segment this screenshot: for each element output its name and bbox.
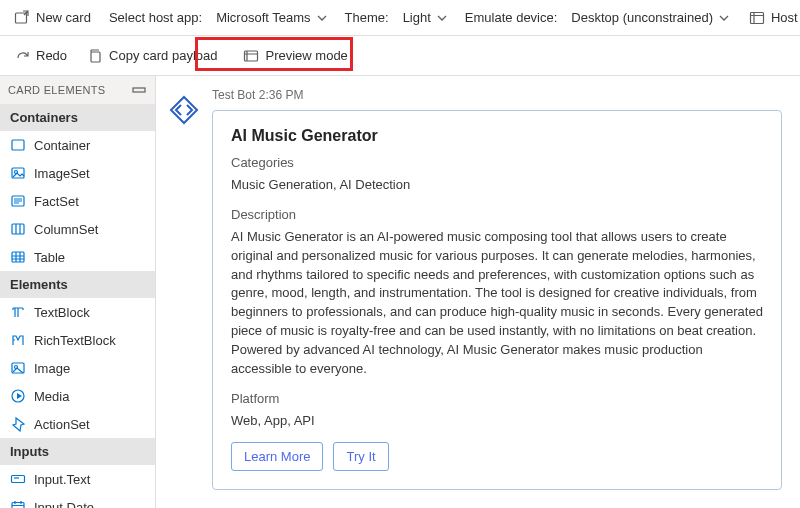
host-app-docs-label: Host App Docs	[771, 10, 800, 25]
redo-label: Redo	[36, 48, 67, 63]
element-actionset[interactable]: ActionSet	[0, 410, 155, 438]
copy-payload-button[interactable]: Copy card payload	[79, 42, 225, 70]
chevron-down-icon	[719, 13, 729, 23]
category-inputs[interactable]: Inputs	[0, 438, 155, 465]
element-label: Input.Date	[34, 500, 94, 509]
main-area: CARD ELEMENTS ContainersContainerImageSe…	[0, 76, 800, 508]
svg-rect-1	[750, 12, 763, 23]
card-title: AI Music Generator	[231, 127, 763, 145]
collapse-icon[interactable]	[131, 82, 147, 98]
svg-rect-2	[91, 52, 100, 62]
columnset-icon	[10, 221, 26, 237]
redo-button[interactable]: Redo	[6, 42, 75, 70]
element-label: Table	[34, 250, 65, 265]
card-elements-title: CARD ELEMENTS	[8, 84, 105, 96]
host-app-value: Microsoft Teams	[216, 10, 310, 25]
media-icon	[10, 388, 26, 404]
preview-icon	[243, 48, 259, 64]
element-label: FactSet	[34, 194, 79, 209]
preview-mode-button[interactable]: Preview mode	[235, 42, 355, 70]
element-label: Input.Text	[34, 472, 90, 487]
preview-area: Test Bot 2:36 PM AI Music Generator Cate…	[156, 76, 800, 508]
description-value: AI Music Generator is an AI-powered musi…	[231, 228, 763, 379]
element-input-date[interactable]: Input.Date	[0, 493, 155, 508]
element-label: ColumnSet	[34, 222, 98, 237]
emulate-select[interactable]: Desktop (unconstrained)	[563, 4, 737, 32]
card-elements-panel: CARD ELEMENTS ContainersContainerImageSe…	[0, 76, 156, 508]
learn-more-button[interactable]: Learn More	[231, 442, 323, 471]
element-label: RichTextBlock	[34, 333, 116, 348]
bot-time: 2:36 PM	[259, 88, 304, 102]
preview-mode-label: Preview mode	[265, 48, 347, 63]
chevron-down-icon	[317, 13, 327, 23]
table-icon	[10, 249, 26, 265]
host-app-label: Select host app:	[101, 10, 206, 25]
category-elements[interactable]: Elements	[0, 271, 155, 298]
copy-payload-label: Copy card payload	[109, 48, 217, 63]
element-label: TextBlock	[34, 305, 90, 320]
emulate-label: Emulate device:	[457, 10, 562, 25]
bot-meta: Test Bot 2:36 PM	[212, 88, 782, 102]
copy-icon	[87, 48, 103, 64]
adaptive-card: AI Music Generator Categories Music Gene…	[212, 110, 782, 490]
theme-select[interactable]: Light	[395, 4, 455, 32]
chevron-down-icon	[437, 13, 447, 23]
bot-name: Test Bot	[212, 88, 255, 102]
host-app-select[interactable]: Microsoft Teams	[208, 4, 334, 32]
second-toolbar: Redo Copy card payload Preview mode	[0, 36, 800, 76]
new-card-button[interactable]: New card	[6, 4, 99, 32]
imageset-icon	[10, 165, 26, 181]
element-container[interactable]: Container	[0, 131, 155, 159]
container-icon	[10, 137, 26, 153]
element-textblock[interactable]: TextBlock	[0, 298, 155, 326]
factset-icon	[10, 193, 26, 209]
bot-avatar-icon	[168, 94, 200, 126]
element-image[interactable]: Image	[0, 354, 155, 382]
element-imageset[interactable]: ImageSet	[0, 159, 155, 187]
svg-rect-9	[12, 224, 24, 234]
categories-label: Categories	[231, 155, 763, 170]
svg-rect-4	[133, 88, 145, 92]
host-app-docs-button[interactable]: Host App Docs	[741, 4, 800, 32]
actionset-icon	[10, 416, 26, 432]
emulate-value: Desktop (unconstrained)	[571, 10, 713, 25]
svg-rect-14	[12, 476, 25, 483]
image-icon	[10, 360, 26, 376]
redo-icon	[14, 48, 30, 64]
theme-value: Light	[403, 10, 431, 25]
element-label: Media	[34, 389, 69, 404]
element-label: ImageSet	[34, 166, 90, 181]
element-label: ActionSet	[34, 417, 90, 432]
textblock-icon	[10, 304, 26, 320]
card-elements-header[interactable]: CARD ELEMENTS	[0, 76, 155, 104]
card-actions: Learn More Try It	[231, 442, 763, 471]
categories-value: Music Generation, AI Detection	[231, 176, 763, 195]
top-toolbar: New card Select host app: Microsoft Team…	[0, 0, 800, 36]
richtext-icon	[10, 332, 26, 348]
new-card-icon	[14, 10, 30, 26]
try-it-button[interactable]: Try It	[333, 442, 388, 471]
input-text-icon	[10, 471, 26, 487]
platform-label: Platform	[231, 391, 763, 406]
svg-rect-5	[12, 140, 24, 150]
new-card-label: New card	[36, 10, 91, 25]
element-richtextblock[interactable]: RichTextBlock	[0, 326, 155, 354]
theme-label: Theme:	[337, 10, 393, 25]
element-columnset[interactable]: ColumnSet	[0, 215, 155, 243]
docs-icon	[749, 10, 765, 26]
svg-rect-10	[12, 252, 24, 262]
element-label: Image	[34, 361, 70, 376]
element-table[interactable]: Table	[0, 243, 155, 271]
element-factset[interactable]: FactSet	[0, 187, 155, 215]
input-date-icon	[10, 499, 26, 508]
element-media[interactable]: Media	[0, 382, 155, 410]
description-label: Description	[231, 207, 763, 222]
platform-value: Web, App, API	[231, 412, 763, 431]
category-containers[interactable]: Containers	[0, 104, 155, 131]
element-input-text[interactable]: Input.Text	[0, 465, 155, 493]
element-label: Container	[34, 138, 90, 153]
